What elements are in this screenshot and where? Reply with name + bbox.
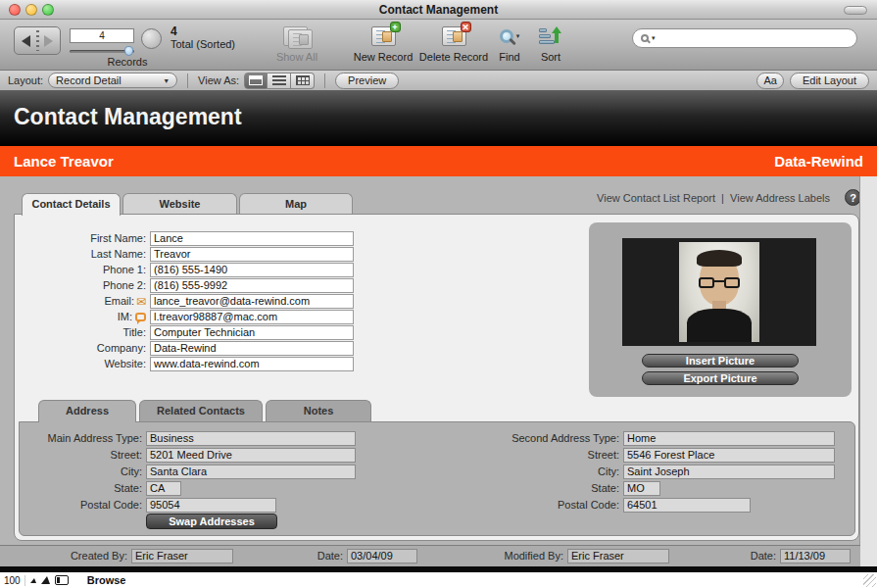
tab-map[interactable]: Map (239, 193, 353, 215)
second-state-label: State: (591, 482, 619, 494)
separator (187, 74, 188, 88)
modified-date-field[interactable]: 11/13/09 (780, 549, 851, 564)
tab-related-contacts[interactable]: Related Contacts (139, 400, 263, 421)
layout-title: Contact Management (14, 104, 242, 130)
chat-bubble-icon[interactable] (135, 313, 146, 321)
phone1-field[interactable]: (816) 555-1490 (150, 263, 354, 277)
main-postal-field[interactable]: 95054 (146, 498, 276, 513)
export-picture-button[interactable]: Export Picture (642, 371, 799, 385)
sort-button[interactable]: Sort (532, 24, 569, 63)
layout-label: Layout: (8, 74, 43, 86)
show-all-button[interactable]: Show All (267, 24, 327, 63)
status-toolbar-toggle-icon[interactable] (55, 575, 69, 585)
total-sorted-label: Total (Sorted) (171, 38, 235, 50)
new-record-icon: + (371, 26, 396, 46)
second-address-type-field[interactable]: Home (623, 431, 835, 446)
created-by-field[interactable]: Eric Fraser (131, 549, 233, 564)
title-bar: Contact Management (0, 0, 877, 20)
contact-details-panel: First Name: Lance Last Name: Treavor Pho… (14, 214, 859, 541)
edit-layout-button[interactable]: Edit Layout (790, 73, 869, 89)
main-state-label: State: (114, 482, 142, 494)
main-street-field[interactable]: 5201 Meed Drive (146, 448, 356, 463)
second-street-field[interactable]: 5546 Forest Place (623, 448, 835, 463)
second-city-field[interactable]: Saint Joseph (623, 465, 835, 479)
quick-find-input[interactable]: ▾ (632, 28, 857, 48)
modified-by-field[interactable]: Eric Fraser (567, 549, 669, 564)
find-button[interactable]: ▾ Find (487, 24, 532, 63)
delete-record-button[interactable]: ✕ Delete Record (416, 24, 491, 63)
found-set-pie-button[interactable] (141, 28, 162, 49)
records-label: Records (83, 56, 171, 68)
main-address-type-field[interactable]: Business (146, 431, 356, 446)
total-records: 4 Total (Sorted) (171, 25, 235, 51)
tab-notes[interactable]: Notes (266, 400, 371, 421)
created-date-label: Date: (286, 550, 343, 562)
zoom-in-icon[interactable] (41, 576, 50, 584)
main-state-field[interactable]: CA (146, 481, 181, 496)
status-toolbar: 4 Records 4 Total (Sorted) Show All + (0, 20, 877, 71)
previous-record-icon[interactable] (22, 35, 30, 47)
created-date-field[interactable]: 03/04/09 (347, 549, 417, 564)
main-city-label: City: (121, 466, 142, 477)
bottom-status-bar: 100 Browse (0, 572, 877, 588)
picture-field[interactable] (622, 238, 816, 346)
im-field[interactable]: l.treavor98887@mac.com (150, 310, 354, 324)
title-field[interactable]: Computer Technician (150, 325, 354, 340)
plus-badge-icon: + (390, 22, 401, 32)
record-navigation-book[interactable] (14, 26, 61, 55)
layout-popup[interactable]: Record Detail ▼ (48, 73, 177, 88)
list-view-button[interactable] (268, 73, 291, 89)
swap-addresses-button[interactable]: Swap Addresses (146, 514, 277, 529)
toolbar-toggle-button[interactable] (844, 6, 867, 15)
tab-website[interactable]: Website (122, 193, 237, 215)
insert-picture-button[interactable]: Insert Picture (642, 354, 799, 368)
second-postal-field[interactable]: 64501 (623, 498, 751, 513)
main-address-type-label: Main Address Type: (48, 432, 142, 444)
zoom-out-icon[interactable] (30, 578, 36, 583)
new-record-button[interactable]: + New Record (348, 24, 418, 63)
layout-header: Contact Management (0, 91, 877, 146)
picture-container: Insert Picture Export Picture (589, 222, 852, 397)
tab-address[interactable]: Address (38, 400, 136, 422)
email-field[interactable]: lance_treavor@data-rewind.com (150, 294, 354, 309)
view-address-labels-link[interactable]: View Address Labels (730, 192, 830, 204)
preview-button[interactable]: Preview (335, 73, 399, 89)
website-field[interactable]: www.data-rewind.com (150, 357, 354, 371)
next-record-icon[interactable] (44, 35, 53, 47)
zoom-level[interactable]: 100 (4, 575, 25, 586)
record-slider-thumb[interactable] (124, 46, 133, 56)
title-label: Title: (123, 326, 146, 338)
company-field[interactable]: Data-Rewind (150, 341, 354, 356)
x-badge-icon: ✕ (461, 22, 471, 32)
send-email-icon[interactable]: ✉ (136, 295, 146, 309)
last-name-field[interactable]: Treavor (150, 247, 354, 262)
list-view-icon (272, 75, 286, 85)
tab-contact-details[interactable]: Contact Details (22, 193, 121, 216)
second-postal-label: Postal Code: (558, 499, 619, 511)
created-by-label: Created By: (57, 550, 127, 562)
mode-popup[interactable]: Browse (87, 574, 126, 586)
record-slider[interactable] (70, 50, 134, 53)
resize-grip[interactable] (863, 574, 876, 587)
main-postal-label: Postal Code: (80, 499, 142, 511)
company-label: Company: (97, 342, 146, 354)
phone2-field[interactable]: (816) 555-9992 (150, 278, 354, 293)
phone2-label: Phone 2: (103, 279, 146, 291)
current-record-field[interactable]: 4 (70, 28, 134, 43)
website-label: Website: (104, 358, 146, 369)
form-view-button[interactable] (244, 73, 268, 89)
book-spiral-icon (36, 30, 39, 51)
format-text-button[interactable]: Aa (756, 73, 783, 89)
main-city-field[interactable]: Santa Clara (146, 465, 356, 479)
view-contact-list-report-link[interactable]: View Contact List Report (597, 192, 715, 204)
second-state-field[interactable]: MO (623, 481, 660, 496)
phone1-label: Phone 1: (103, 264, 146, 275)
sort-arrow-icon (552, 26, 562, 46)
table-view-button[interactable] (291, 73, 315, 89)
modified-by-label: Modified By: (488, 550, 563, 562)
first-name-field[interactable]: Lance (150, 231, 354, 246)
right-scrollbar-track (859, 176, 877, 566)
sort-icon (539, 26, 562, 46)
table-view-icon (296, 75, 310, 85)
layout-bar: Layout: Record Detail ▼ View As: Preview… (0, 71, 877, 91)
